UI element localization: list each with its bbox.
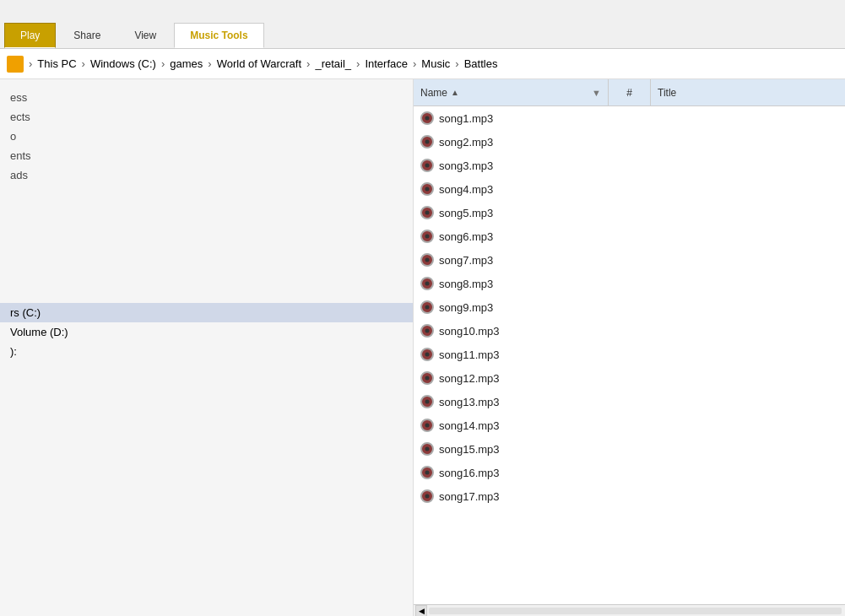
tab-view[interactable]: View bbox=[118, 23, 172, 48]
sidebar-item-ads[interactable]: ads bbox=[0, 165, 413, 185]
file-name-label: song12.mp3 bbox=[439, 372, 500, 385]
mp3-file-icon bbox=[420, 324, 434, 338]
table-row[interactable]: song17.mp3 bbox=[414, 484, 845, 508]
file-name-label: song1.mp3 bbox=[439, 112, 493, 125]
mp3-file-icon bbox=[420, 277, 434, 290]
file-name-label: song7.mp3 bbox=[439, 254, 493, 267]
sidebar-drive-c[interactable]: rs (C:) bbox=[0, 303, 413, 322]
tab-play-label: Play bbox=[20, 30, 40, 41]
mp3-file-icon bbox=[420, 253, 434, 267]
tab-music-tools[interactable]: Music Tools bbox=[174, 23, 263, 48]
tab-play[interactable]: Play bbox=[4, 23, 56, 48]
table-row[interactable]: song5.mp3 bbox=[414, 201, 845, 224]
breadcrumb-this-pc[interactable]: This PC bbox=[37, 57, 76, 70]
tab-music-tools-label: Music Tools bbox=[190, 30, 247, 41]
column-name[interactable]: Name ▲ ▼ bbox=[414, 79, 609, 105]
sidebar-item-ects[interactable]: ects bbox=[0, 107, 413, 127]
breadcrumb-music[interactable]: Music bbox=[421, 57, 450, 70]
table-row[interactable]: song1.mp3 bbox=[414, 106, 845, 130]
sidebar-drive-extra[interactable]: ): bbox=[0, 342, 413, 361]
column-title[interactable]: Title bbox=[651, 79, 845, 105]
mp3-file-icon bbox=[420, 135, 434, 149]
file-name-label: song4.mp3 bbox=[439, 183, 493, 196]
file-area: Name ▲ ▼ # Title song1.mp3song2.mp3song3… bbox=[414, 79, 845, 616]
file-name-label: song15.mp3 bbox=[439, 443, 500, 456]
mp3-file-icon bbox=[420, 300, 434, 314]
column-title-label: Title bbox=[658, 87, 676, 99]
sidebar-item-o[interactable]: o bbox=[0, 127, 413, 146]
breadcrumb-wow[interactable]: World of Warcraft bbox=[217, 57, 301, 70]
table-row[interactable]: song9.mp3 bbox=[414, 295, 845, 319]
folder-icon bbox=[7, 56, 24, 73]
file-name-label: song8.mp3 bbox=[439, 278, 493, 290]
sidebar-item-ess[interactable]: ess bbox=[0, 88, 413, 107]
tab-share[interactable]: Share bbox=[57, 23, 116, 48]
tab-share-label: Share bbox=[73, 30, 100, 41]
mp3-file-icon bbox=[420, 182, 434, 196]
file-name-label: song11.mp3 bbox=[439, 349, 500, 361]
mp3-file-icon bbox=[420, 466, 434, 479]
column-dropdown-icon[interactable]: ▼ bbox=[592, 88, 601, 98]
sort-arrow-icon: ▲ bbox=[451, 88, 459, 97]
mp3-file-icon bbox=[420, 371, 434, 385]
table-row[interactable]: song10.mp3 bbox=[414, 319, 845, 343]
breadcrumb-interface[interactable]: Interface bbox=[365, 57, 408, 70]
file-name-label: song16.mp3 bbox=[439, 467, 500, 479]
column-hash-label: # bbox=[626, 87, 632, 99]
sidebar-drive-d[interactable]: Volume (D:) bbox=[0, 322, 413, 342]
mp3-file-icon bbox=[420, 489, 434, 503]
scroll-left-button[interactable]: ◀ bbox=[415, 605, 427, 617]
breadcrumb-games[interactable]: games bbox=[170, 57, 203, 70]
file-list-header: Name ▲ ▼ # Title bbox=[414, 79, 845, 106]
table-row[interactable]: song3.mp3 bbox=[414, 154, 845, 177]
breadcrumb-windows-c[interactable]: Windows (C:) bbox=[90, 57, 156, 70]
table-row[interactable]: song11.mp3 bbox=[414, 343, 845, 366]
table-row[interactable]: song12.mp3 bbox=[414, 366, 845, 390]
mp3-file-icon bbox=[420, 206, 434, 219]
mp3-file-icon bbox=[420, 111, 434, 125]
table-row[interactable]: song6.mp3 bbox=[414, 224, 845, 248]
table-row[interactable]: song7.mp3 bbox=[414, 248, 845, 272]
breadcrumb-retail[interactable]: _retail_ bbox=[315, 57, 351, 70]
mp3-file-icon bbox=[420, 419, 434, 432]
mp3-file-icon bbox=[420, 230, 434, 243]
file-name-label: song5.mp3 bbox=[439, 207, 493, 219]
file-name-label: song6.mp3 bbox=[439, 230, 493, 243]
sidebar-item-ents[interactable]: ents bbox=[0, 146, 413, 165]
file-name-label: song2.mp3 bbox=[439, 136, 493, 149]
column-name-label: Name bbox=[420, 87, 447, 99]
breadcrumb-battles[interactable]: Battles bbox=[464, 57, 498, 70]
table-row[interactable]: song15.mp3 bbox=[414, 437, 845, 461]
main-layout: ess ects o ents ads rs (C:) Volume (D:) … bbox=[0, 79, 845, 616]
mp3-file-icon bbox=[420, 442, 434, 456]
table-row[interactable]: song4.mp3 bbox=[414, 177, 845, 201]
file-list-body: song1.mp3song2.mp3song3.mp3song4.mp3song… bbox=[414, 106, 845, 604]
horizontal-scrollbar[interactable]: ◀ bbox=[414, 604, 845, 616]
file-name-label: song14.mp3 bbox=[439, 419, 500, 432]
file-name-label: song10.mp3 bbox=[439, 325, 500, 338]
table-row[interactable]: song14.mp3 bbox=[414, 413, 845, 437]
file-name-label: song17.mp3 bbox=[439, 490, 500, 503]
table-row[interactable]: song2.mp3 bbox=[414, 130, 845, 154]
column-hash[interactable]: # bbox=[609, 79, 651, 105]
table-row[interactable]: song16.mp3 bbox=[414, 461, 845, 484]
mp3-file-icon bbox=[420, 348, 434, 361]
file-name-label: song9.mp3 bbox=[439, 301, 493, 314]
tab-view-label: View bbox=[134, 30, 156, 41]
scrollbar-track[interactable] bbox=[429, 608, 842, 614]
ribbon: Play Share View Music Tools bbox=[0, 0, 845, 49]
file-name-label: song13.mp3 bbox=[439, 396, 500, 408]
mp3-file-icon bbox=[420, 159, 434, 172]
mp3-file-icon bbox=[420, 395, 434, 408]
table-row[interactable]: song13.mp3 bbox=[414, 390, 845, 413]
address-bar: › This PC › Windows (C:) › games › World… bbox=[0, 49, 845, 79]
sidebar: ess ects o ents ads rs (C:) Volume (D:) … bbox=[0, 79, 414, 616]
file-name-label: song3.mp3 bbox=[439, 159, 493, 172]
table-row[interactable]: song8.mp3 bbox=[414, 272, 845, 295]
